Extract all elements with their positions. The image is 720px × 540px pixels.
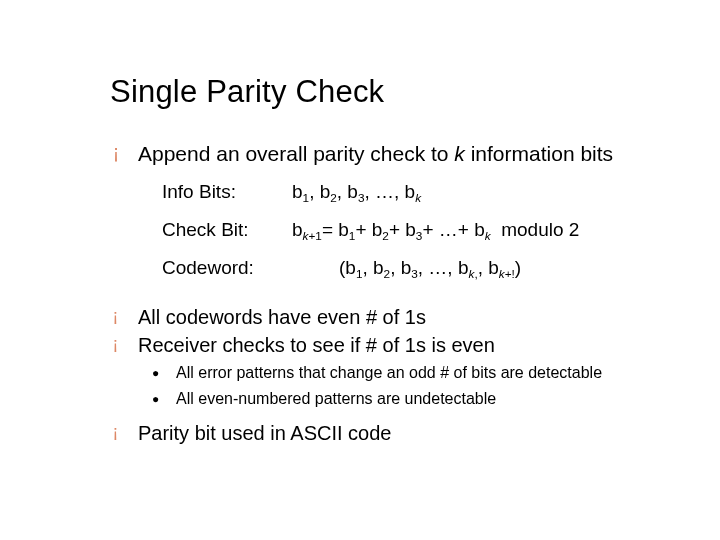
def-info-label: Info Bits: (162, 174, 292, 212)
def-info-value: b1, b2, b3, …, bk (292, 174, 421, 212)
ring-bullet-icon: ¡ (110, 332, 138, 358)
def-check-value: bk+1= b1+ b2+ b3+ …+ bk modulo 2 (292, 212, 579, 250)
dot-bullet-icon: ● (152, 362, 176, 384)
definitions-block: Info Bits: b1, b2, b3, …, bk Check Bit: … (162, 174, 660, 288)
def-codeword-label: Codeword: (162, 250, 317, 288)
ring-bullet-icon: ¡ (110, 140, 138, 168)
subbullet-odd-text: All error patterns that change an odd # … (176, 362, 602, 384)
slide-title: Single Parity Check (110, 74, 660, 110)
bullet-receiver-checks: ¡ Receiver checks to see if # of 1s is e… (110, 332, 660, 358)
bullet-append-post: information bits (465, 142, 613, 165)
bullet-ascii-text: Parity bit used in ASCII code (138, 420, 391, 446)
def-check-bit: Check Bit: bk+1= b1+ b2+ b3+ …+ bk modul… (162, 212, 660, 250)
def-codeword-value: (b1, b2, b3, …, bk,, bk+!) (317, 250, 521, 288)
subbullet-even-undetectable: ● All even-numbered patterns are undetec… (152, 388, 660, 410)
subbullet-odd-detectable: ● All error patterns that change an odd … (152, 362, 660, 384)
bullet-even-ones: ¡ All codewords have even # of 1s (110, 304, 660, 330)
ring-bullet-icon: ¡ (110, 420, 138, 446)
bullet-even-ones-text: All codewords have even # of 1s (138, 304, 426, 330)
slide: Single Parity Check ¡ Append an overall … (0, 0, 720, 540)
bullet-append: ¡ Append an overall parity check to k in… (110, 140, 660, 168)
def-check-label: Check Bit: (162, 212, 292, 250)
bullet-ascii: ¡ Parity bit used in ASCII code (110, 420, 660, 446)
bullet-append-k: k (454, 142, 465, 165)
def-info-bits: Info Bits: b1, b2, b3, …, bk (162, 174, 660, 212)
bullet-receiver-checks-text: Receiver checks to see if # of 1s is eve… (138, 332, 495, 358)
subbullet-even-text: All even-numbered patterns are undetecta… (176, 388, 496, 410)
bullet-append-pre: Append an overall parity check to (138, 142, 454, 165)
dot-bullet-icon: ● (152, 388, 176, 410)
ring-bullet-icon: ¡ (110, 304, 138, 330)
def-codeword: Codeword: (b1, b2, b3, …, bk,, bk+!) (162, 250, 660, 288)
bullet-append-text: Append an overall parity check to k info… (138, 140, 613, 168)
